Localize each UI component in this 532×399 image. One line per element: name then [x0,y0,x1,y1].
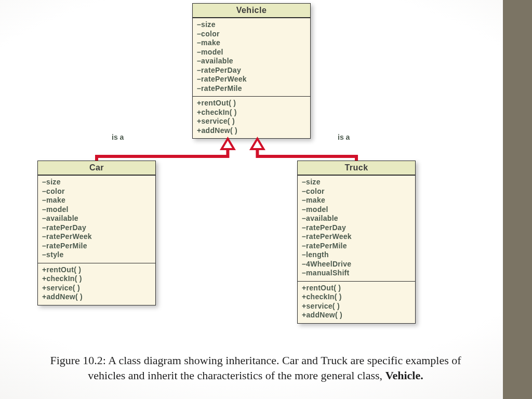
class-attribute: –color [302,187,411,196]
class-attributes: –size–color–make–model–available–ratePer… [38,175,155,263]
class-operation: +checkIn( ) [197,108,306,117]
class-operation: +checkIn( ) [302,292,411,302]
class-attribute: –ratePerMile [42,242,151,251]
class-operation: +service( ) [42,284,151,293]
class-attribute: –available [302,214,411,223]
class-box-vehicle: Vehicle –size–color–make–model–available… [192,3,311,139]
class-operation: +rentOut( ) [302,284,411,293]
class-operation: +addNew( ) [302,311,411,320]
class-operations: +rentOut( )+checkIn( )+service( )+addNew… [38,263,155,305]
class-attribute: –style [42,250,151,260]
class-attribute: –ratePerDay [197,66,306,75]
class-attribute: –length [302,250,411,260]
class-title: Truck [298,161,415,175]
class-title: Vehicle [193,4,310,18]
class-attribute: –model [197,48,306,57]
class-box-car: Car –size–color–make–model–available–rat… [37,161,156,305]
class-attribute: –ratePerWeek [42,232,151,242]
class-attribute: –size [302,178,411,187]
class-box-truck: Truck –size–color–make–model–available–r… [297,161,416,324]
class-attribute: –ratePerWeek [197,75,306,84]
caption-figure-label: Figure 10.2: [50,354,106,367]
class-attribute: –available [197,57,306,66]
class-attribute: –make [197,38,306,48]
decorative-gutter [503,0,532,399]
class-title: Car [38,161,155,175]
class-operation: +rentOut( ) [42,265,151,275]
class-attribute: –size [42,178,151,187]
class-operation: +addNew( ) [42,292,151,302]
class-operation: +service( ) [302,302,411,311]
class-attribute: –color [42,187,151,196]
class-attribute: –size [197,20,306,30]
class-attributes: –size–color–make–model–available–ratePer… [193,18,310,96]
class-operation: +checkIn( ) [42,274,151,284]
class-attribute: –ratePerDay [42,223,151,233]
class-attribute: –ratePerMile [302,242,411,251]
class-operations: +rentOut( )+checkIn( )+service( )+addNew… [193,96,310,138]
caption-bold: Vehicle. [385,369,423,382]
inheritance-label-right: is a [338,133,350,141]
class-operation: +addNew( ) [197,126,306,136]
class-attribute: –manualShift [302,269,411,278]
class-attribute: –make [302,196,411,205]
figure-caption: Figure 10.2: A class diagram showing inh… [31,353,480,383]
class-attribute: –model [42,205,151,215]
class-attribute: –model [302,205,411,215]
class-operations: +rentOut( )+checkIn( )+service( )+addNew… [298,281,415,323]
class-attribute: –available [42,214,151,223]
class-attribute: –color [197,30,306,39]
class-operation: +rentOut( ) [197,99,306,108]
slide-stage: Vehicle –size–color–make–model–available… [0,0,532,399]
class-attribute: –ratePerWeek [302,232,411,242]
inheritance-label-left: is a [112,133,124,141]
class-attribute: –4WheelDrive [302,260,411,269]
class-operation: +service( ) [197,117,306,126]
class-attribute: –make [42,196,151,205]
class-attributes: –size–color–make–model–available–ratePer… [298,175,415,281]
class-attribute: –ratePerMile [197,84,306,94]
class-attribute: –ratePerDay [302,223,411,233]
